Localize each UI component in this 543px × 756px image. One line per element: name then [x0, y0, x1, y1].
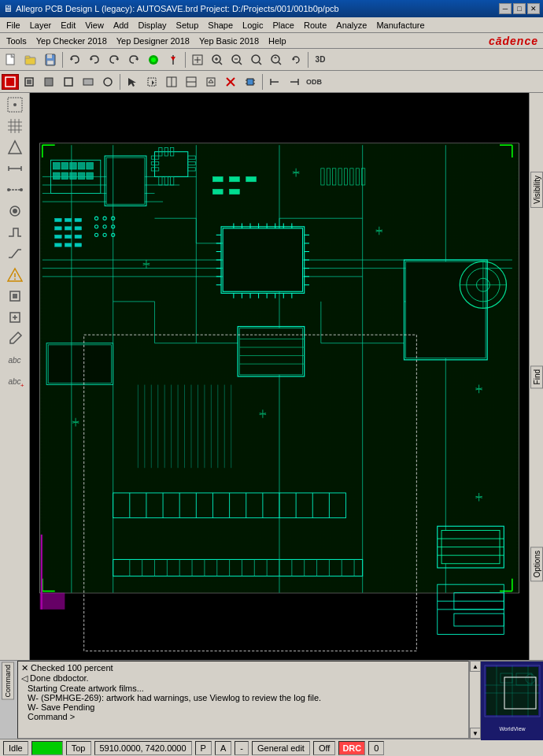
menu-help[interactable]: Help: [264, 35, 291, 46]
menu-shape[interactable]: Shape: [203, 20, 238, 31]
lt-snap[interactable]: [3, 94, 27, 115]
menu-edit[interactable]: Edit: [56, 20, 80, 31]
tb2-10[interactable]: [182, 73, 201, 91]
tb2-select[interactable]: [123, 73, 142, 91]
scroll-up-button[interactable]: ▲: [470, 661, 481, 672]
lt-warn[interactable]: [3, 265, 27, 285]
svg-line-26: [259, 62, 261, 65]
undo2-button[interactable]: [85, 51, 104, 69]
tb2-circle[interactable]: [98, 73, 117, 91]
svg-rect-99: [87, 172, 93, 179]
scroll-track[interactable]: [470, 672, 480, 728]
odb-button[interactable]: ODB: [305, 73, 323, 91]
tb2-3[interactable]: [39, 73, 58, 91]
maximize-button[interactable]: □: [513, 3, 526, 14]
run-button[interactable]: [144, 51, 163, 69]
svg-rect-90: [54, 162, 60, 169]
lt-text2[interactable]: abc +: [3, 371, 27, 391]
lt-text[interactable]: abc: [3, 350, 27, 370]
visibility-tab[interactable]: Visibility: [530, 172, 543, 208]
menu-file[interactable]: File: [2, 20, 25, 31]
tb2-5[interactable]: [79, 73, 98, 91]
svg-rect-243: [65, 227, 71, 230]
tb2-right[interactable]: [285, 73, 304, 91]
tb2-chip[interactable]: [241, 73, 260, 91]
menu-yep-designer[interactable]: Yep Designer 2018: [112, 35, 194, 46]
lt-connect[interactable]: [3, 180, 27, 200]
3d-button[interactable]: 3D: [311, 51, 330, 69]
log-line-6: Command >: [28, 712, 465, 721]
menu-logic[interactable]: Logic: [238, 20, 268, 31]
lt-add[interactable]: [3, 307, 27, 328]
log-line-4: W- (SPMHGE-269): artwork had warnings, u…: [28, 693, 465, 702]
minimap[interactable]: WorldView: [480, 661, 543, 739]
menu-layer[interactable]: Layer: [25, 20, 57, 31]
menu-view[interactable]: View: [80, 20, 109, 31]
lt-measure[interactable]: [3, 158, 27, 179]
zoom-in-button[interactable]: [208, 51, 227, 69]
open-button[interactable]: [21, 51, 40, 69]
menu-setup[interactable]: Setup: [172, 20, 204, 31]
svg-rect-242: [55, 227, 61, 230]
log-content[interactable]: ✕ Checked 100 percent ◁ Done dbdoctor. S…: [17, 661, 469, 739]
svg-rect-246: [65, 235, 71, 238]
menu-add[interactable]: Add: [109, 20, 134, 31]
tb2-left[interactable]: [265, 73, 284, 91]
find-tab[interactable]: Find: [530, 365, 543, 388]
minimize-button[interactable]: ─: [499, 3, 512, 14]
zoom-prev-button[interactable]: [267, 51, 286, 69]
svg-rect-0: [6, 54, 14, 65]
svg-rect-158: [212, 176, 223, 181]
redo2-button[interactable]: [124, 51, 143, 69]
menu-tools[interactable]: Tools: [2, 35, 31, 46]
tb2-11[interactable]: [201, 73, 220, 91]
lt-route[interactable]: [3, 243, 27, 264]
svg-rect-137: [406, 261, 486, 358]
lt-via[interactable]: [3, 201, 27, 221]
svg-rect-6: [47, 61, 54, 65]
menu-manufacture[interactable]: Manufacture: [371, 20, 429, 31]
lt-place[interactable]: [3, 286, 27, 306]
log-line-2: ◁ Done dbdoctor.: [21, 673, 465, 684]
menu-analyze[interactable]: Analyze: [331, 20, 371, 31]
left-toolbar: abc abc +: [0, 93, 30, 660]
zoom-area-button[interactable]: [247, 51, 266, 69]
svg-rect-94: [54, 172, 60, 179]
lt-highlight[interactable]: [3, 137, 27, 158]
svg-rect-239: [55, 218, 61, 221]
close-button[interactable]: ✕: [527, 3, 540, 14]
new-button[interactable]: [2, 51, 20, 69]
tb2-2[interactable]: [20, 73, 39, 91]
svg-rect-159: [230, 176, 240, 181]
rotate-button[interactable]: [286, 51, 305, 69]
menu-display[interactable]: Display: [133, 20, 171, 31]
menu-place[interactable]: Place: [268, 20, 299, 31]
svg-marker-14: [171, 57, 175, 61]
menu-yep-checker[interactable]: Yep Checker 2018: [31, 35, 112, 46]
options-tab[interactable]: Options: [530, 547, 543, 581]
zoom-out-button[interactable]: [227, 51, 246, 69]
lt-edit[interactable]: [3, 328, 27, 349]
pin-button[interactable]: [164, 51, 183, 69]
tb2-9[interactable]: [162, 73, 181, 91]
main-layout: abc abc +: [0, 93, 543, 660]
save-button[interactable]: [41, 51, 60, 69]
tb2-highlight[interactable]: [2, 74, 19, 90]
scroll-down-button[interactable]: ▼: [470, 728, 481, 739]
tb2-cross[interactable]: [221, 73, 240, 91]
lt-trace[interactable]: [3, 222, 27, 243]
zoom-fit-button[interactable]: [188, 51, 207, 69]
undo-button[interactable]: [65, 51, 84, 69]
svg-rect-250: [75, 243, 81, 246]
redo-button[interactable]: [105, 51, 124, 69]
tb2-4[interactable]: [59, 73, 78, 91]
tb2-box-select[interactable]: [142, 73, 161, 91]
mode-display: General edit: [252, 741, 310, 755]
svg-point-36: [104, 78, 112, 86]
svg-rect-247: [75, 235, 81, 238]
canvas-area[interactable]: [30, 93, 529, 660]
svg-rect-33: [45, 78, 53, 86]
menu-route[interactable]: Route: [299, 20, 331, 31]
lt-grid[interactable]: [3, 116, 27, 136]
menu-yep-basic[interactable]: Yep Basic 2018: [194, 35, 264, 46]
